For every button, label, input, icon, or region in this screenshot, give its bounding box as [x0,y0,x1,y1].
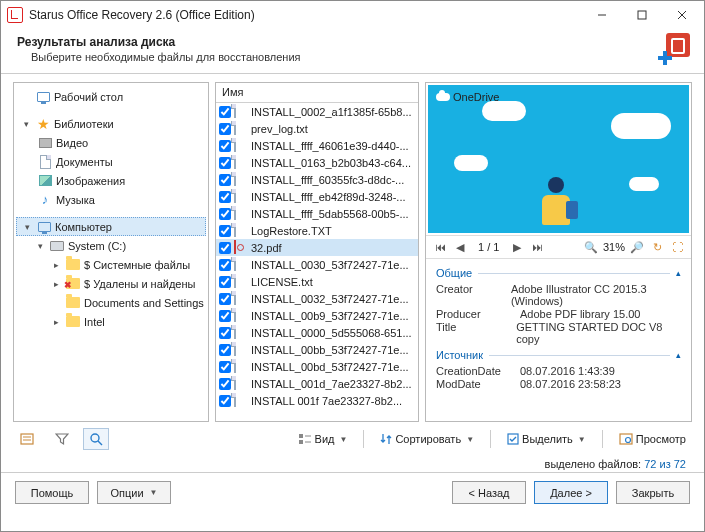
file-row[interactable]: prev_log.txt [216,120,418,137]
preview-details: Общие▴ CreatorAdobe Illustrator CC 2015.… [426,259,691,421]
tree-music[interactable]: ♪Музыка [16,190,206,209]
tree-libraries[interactable]: ▾★Библиотеки [16,114,206,133]
maximize-button[interactable] [622,2,662,28]
nav-last-icon[interactable]: ⏭ [529,239,545,255]
pdf-icon [234,241,248,255]
nav-first-icon[interactable]: ⏮ [432,239,448,255]
zoom-level: 31% [603,241,625,253]
file-checkbox[interactable] [219,327,231,339]
svg-rect-10 [299,440,303,444]
tool-icon-1[interactable] [13,428,41,450]
file-row[interactable]: INSTALL_ffff_60355fc3-d8dc-... [216,171,418,188]
document-icon [234,309,248,323]
file-row[interactable]: INSTALL_00bb_53f72427-71e... [216,341,418,358]
file-row[interactable]: 32.pdf [216,239,418,256]
search-icon[interactable] [83,428,109,450]
file-row[interactable]: INSTALL_001d_7ae23327-8b2... [216,375,418,392]
file-checkbox[interactable] [219,225,231,237]
document-icon [234,224,248,238]
tree-documents[interactable]: Документы [16,152,206,171]
select-button[interactable]: Выделить▼ [501,428,592,450]
tree-computer[interactable]: ▾Компьютер [16,217,206,236]
filter-icon[interactable] [49,428,75,450]
tree-docsettings[interactable]: Documents and Settings [16,293,206,312]
tree-video[interactable]: Видео [16,133,206,152]
file-checkbox[interactable] [219,361,231,373]
tree-sysfiles[interactable]: ▸$ Системные файлы [16,255,206,274]
section-source[interactable]: Источник [436,349,483,361]
file-row[interactable]: INSTALL_ffff_5dab5568-00b5-... [216,205,418,222]
sort-button[interactable]: Сортировать▼ [374,428,480,450]
svg-line-8 [98,441,102,445]
collapse-icon[interactable]: ▴ [676,350,681,360]
file-checkbox[interactable] [219,395,231,407]
collapse-icon[interactable]: ▴ [676,268,681,278]
file-name: INSTALL_ffff_eb42f89d-3248-... [251,191,406,203]
document-icon [234,173,248,187]
close-footer-button[interactable]: Закрыть [616,481,690,504]
file-row[interactable]: INSTALL 001f 7ae23327-8b2... [216,392,418,409]
next-button[interactable]: Далее > [534,481,608,504]
file-checkbox[interactable] [219,123,231,135]
tree-system-c[interactable]: ▾System (C:) [16,236,206,255]
document-icon [234,190,248,204]
column-header-name[interactable]: Имя [216,83,418,103]
section-general[interactable]: Общие [436,267,472,279]
fit-icon[interactable]: ⛶ [669,239,685,255]
file-checkbox[interactable] [219,208,231,220]
nav-prev-icon[interactable]: ◀ [452,239,468,255]
music-icon: ♪ [37,192,53,208]
document-icon [234,105,248,119]
zoom-out-icon[interactable]: 🔍 [583,239,599,255]
file-list[interactable]: INSTALL_0002_a1f1385f-65b8...prev_log.tx… [216,103,418,421]
file-checkbox[interactable] [219,242,231,254]
view-button[interactable]: Вид▼ [292,428,354,450]
rotate-icon[interactable]: ↻ [649,239,665,255]
tree-deleted[interactable]: ▸✖$ Удалены и найдены [16,274,206,293]
file-row[interactable]: INSTALL_00b9_53f72427-71e... [216,307,418,324]
file-row[interactable]: INSTALL_0002_a1f1385f-65b8... [216,103,418,120]
file-checkbox[interactable] [219,106,231,118]
document-icon [234,122,248,136]
svg-rect-4 [21,434,33,444]
file-row[interactable]: INSTALL_0030_53f72427-71e... [216,256,418,273]
tree-desktop[interactable]: Рабочий стол [16,87,206,106]
file-name: INSTALL_001d_7ae23327-8b2... [251,378,412,390]
document-icon [234,394,248,408]
file-row[interactable]: INSTALL_0032_53f72427-71e... [216,290,418,307]
file-row[interactable]: INSTALL_00bd_53f72427-71e... [216,358,418,375]
file-row[interactable]: INSTALL_ffff_46061e39-d440-... [216,137,418,154]
file-checkbox[interactable] [219,191,231,203]
file-name: INSTALL_00bd_53f72427-71e... [251,361,409,373]
header: Результаты анализа диска Выберите необхо… [1,29,704,74]
file-row[interactable]: INSTALL_0000_5d555068-651... [216,324,418,341]
help-button[interactable]: Помощь [15,481,89,504]
options-button[interactable]: Опции▼ [97,481,171,504]
file-row[interactable]: LICENSE.txt [216,273,418,290]
tree-images[interactable]: Изображения [16,171,206,190]
tree-intel[interactable]: ▸Intel [16,312,206,331]
file-checkbox[interactable] [219,378,231,390]
close-button[interactable] [662,2,702,28]
file-name: INSTALL_0002_a1f1385f-65b8... [251,106,412,118]
minimize-button[interactable] [582,2,622,28]
file-checkbox[interactable] [219,174,231,186]
page-indicator: 1 / 1 [478,241,499,253]
file-checkbox[interactable] [219,293,231,305]
file-row[interactable]: LogRestore.TXT [216,222,418,239]
nav-next-icon[interactable]: ▶ [509,239,525,255]
back-button[interactable]: < Назад [452,481,526,504]
preview-button[interactable]: Просмотр [613,428,692,450]
preview-panel: OneDrive ⏮ ◀ 1 / 1 ▶ ⏭ 🔍 31% 🔎 ↻ ⛶ Общие… [425,82,692,422]
file-checkbox[interactable] [219,259,231,271]
file-row[interactable]: INSTALL_0163_b2b03b43-c64... [216,154,418,171]
file-checkbox[interactable] [219,157,231,169]
file-row[interactable]: INSTALL_ffff_eb42f89d-3248-... [216,188,418,205]
zoom-in-icon[interactable]: 🔎 [629,239,645,255]
file-checkbox[interactable] [219,344,231,356]
tree-panel[interactable]: Рабочий стол ▾★Библиотеки Видео Документ… [13,82,209,422]
file-checkbox[interactable] [219,310,231,322]
document-icon [234,207,248,221]
file-checkbox[interactable] [219,276,231,288]
file-checkbox[interactable] [219,140,231,152]
